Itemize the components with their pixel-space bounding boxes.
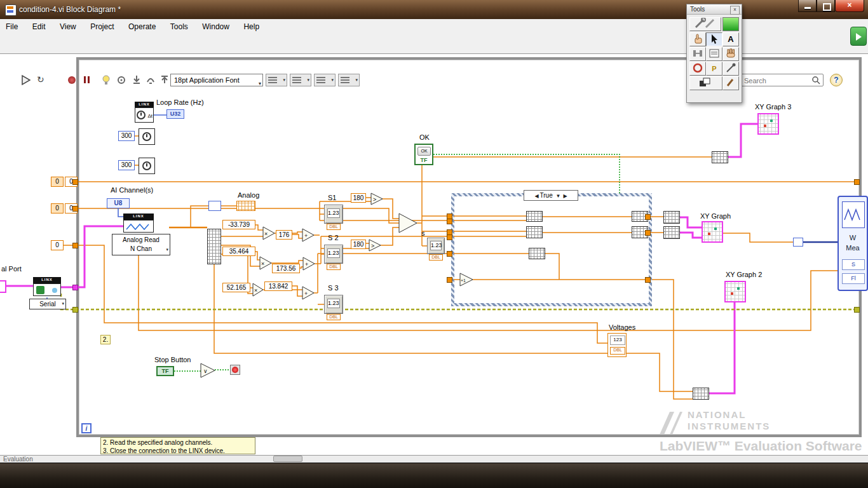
iteration-terminal[interactable]: i — [81, 423, 92, 433]
wait-ms-node[interactable] — [139, 158, 155, 174]
wait-ms-node[interactable] — [139, 128, 155, 145]
numeric-constant[interactable]: 0 — [51, 240, 64, 250]
offset-constant[interactable]: 173.56 — [272, 264, 300, 273]
tunnel — [72, 206, 78, 212]
bundle-node[interactable] — [526, 226, 543, 238]
menu-help[interactable]: Help — [238, 19, 265, 31]
auto-tool-select-button[interactable] — [689, 17, 721, 31]
bundle-xy-node[interactable] — [663, 211, 680, 224]
menu-project[interactable]: Project — [85, 19, 119, 31]
linx-analog-read-icon[interactable] — [123, 220, 154, 233]
loop-condition-terminal[interactable] — [230, 365, 240, 375]
wait-ms-constant[interactable]: 300 — [118, 131, 135, 141]
get-color-tool[interactable] — [722, 62, 739, 76]
menu-tools[interactable]: Tools — [165, 19, 194, 31]
menu-edit[interactable]: Edit — [27, 19, 51, 31]
position-select-tool[interactable] — [706, 32, 722, 46]
coefficient-constant[interactable]: 35.464 — [222, 247, 255, 256]
case-prev-icon[interactable]: ◀ — [533, 193, 539, 199]
scroll-tool[interactable] — [722, 47, 739, 61]
linx-open-header[interactable]: LINX — [33, 277, 61, 283]
serial-selector[interactable]: Serial ▾ — [29, 299, 66, 309]
s1-indicator[interactable]: 1.23 — [324, 205, 343, 224]
bundle-xy-node[interactable] — [663, 226, 680, 239]
menu-operate[interactable]: Operate — [123, 19, 161, 31]
tunnel — [447, 234, 452, 240]
linx-timing-node[interactable]: Δt — [135, 107, 154, 123]
menu-window[interactable]: Window — [196, 19, 235, 31]
tools-palette[interactable]: Tools x A — [686, 4, 742, 103]
diagram-comment[interactable]: 2. Read the specified analog channels. 3… — [100, 437, 255, 454]
wait-ms-constant[interactable]: 300 — [118, 160, 135, 170]
wire-spool-icon — [691, 48, 705, 59]
ok-button-terminal[interactable]: OK TF — [414, 144, 433, 165]
bundle-xy-node[interactable] — [693, 388, 709, 400]
write-measurement-express-vi[interactable]: W Mea S Fl — [837, 196, 868, 291]
edit-text-tool[interactable]: A — [722, 32, 739, 46]
operate-value-tool[interactable] — [689, 32, 706, 46]
dbl-tag: DBL — [327, 224, 341, 230]
minimize-button[interactable] — [798, 0, 817, 12]
labview-upgrade-icon[interactable] — [850, 27, 867, 46]
horizontal-scrollbar[interactable] — [0, 455, 868, 463]
bundle-node[interactable] — [529, 248, 545, 259]
array-index-constant[interactable]: 0 — [51, 177, 64, 187]
coefficient-constant[interactable]: -33.739 — [222, 220, 255, 229]
run-continuous-button[interactable]: ↻ — [37, 74, 50, 86]
xy-graph2-terminal[interactable] — [724, 281, 746, 302]
step-note[interactable]: 2. — [100, 335, 111, 344]
tools-palette-close-button[interactable]: x — [730, 6, 740, 15]
maximize-button[interactable] — [817, 0, 835, 12]
xy-graph3-terminal[interactable] — [757, 113, 779, 135]
limit-constant[interactable]: 180 — [351, 193, 366, 203]
brush-tool[interactable] — [722, 76, 739, 90]
u32-constant[interactable]: U32 — [166, 109, 184, 119]
s-indicator[interactable]: 1.23 — [427, 238, 445, 254]
array-index-icon[interactable] — [208, 201, 221, 211]
run-button[interactable] — [20, 74, 33, 86]
linx-open-icon[interactable] — [33, 283, 61, 296]
coefficient-constant[interactable]: 52.165 — [222, 283, 250, 292]
express-input-signals[interactable]: S — [842, 259, 865, 270]
scrollbar-thumb[interactable] — [273, 456, 302, 462]
bundle-xy-node[interactable] — [712, 151, 728, 163]
tunnel — [72, 285, 78, 290]
stop-button-terminal[interactable]: TF — [156, 366, 174, 376]
close-button[interactable]: × — [835, 0, 864, 12]
menu-view[interactable]: View — [54, 19, 82, 31]
bundle-node[interactable] — [526, 211, 543, 222]
breakpoint-tool[interactable] — [689, 62, 706, 76]
voltages-icon: 123 — [610, 336, 625, 345]
analog-read-selector[interactable]: Analog Read N Chan ▾ — [112, 234, 170, 255]
wire-tool[interactable] — [689, 47, 706, 61]
express-input-filename[interactable]: Fl — [842, 273, 865, 284]
voltages-indicator[interactable]: 123 DBL — [607, 333, 627, 357]
convert-node[interactable] — [793, 238, 803, 247]
offset-constant[interactable]: 13.842 — [264, 281, 292, 291]
set-color-tool[interactable] — [689, 76, 722, 90]
ok-button-face: OK — [417, 147, 431, 156]
linx-analog-read-header[interactable]: LINX — [123, 214, 154, 220]
chevron-down-icon[interactable]: ▼ — [555, 193, 562, 199]
analog-read-line2: N Chan — [112, 245, 170, 254]
offset-constant[interactable]: 176 — [276, 230, 292, 240]
probe-tool[interactable]: P — [706, 62, 722, 76]
comment-line1: 2. Read the specified analog channels. — [103, 438, 253, 447]
index-array-node[interactable] — [207, 229, 221, 264]
limit-constant[interactable]: 180 — [351, 240, 366, 249]
xy-graph-terminal[interactable] — [702, 221, 723, 243]
s2-indicator[interactable]: 1.23 — [324, 245, 343, 264]
s3-indicator[interactable]: 1.23 — [324, 295, 343, 314]
case-structure-border[interactable] — [451, 193, 652, 306]
case-next-icon[interactable]: ▶ — [562, 193, 568, 199]
shortcut-menu-tool[interactable] — [706, 47, 722, 61]
tf-tag: TF — [416, 157, 432, 163]
u8-array-constant[interactable]: U8 — [107, 198, 130, 208]
analog-array-indicator[interactable] — [236, 201, 255, 211]
menu-file[interactable]: File — [0, 19, 24, 31]
s1-value: 1.23 — [327, 208, 340, 218]
case-selector[interactable]: ◀True ▼▶ — [524, 190, 578, 201]
linx-timing-header[interactable]: LINX — [135, 102, 154, 107]
array-index-constant[interactable]: 0 — [51, 203, 64, 214]
serial-port-control-cut[interactable] — [0, 280, 6, 293]
